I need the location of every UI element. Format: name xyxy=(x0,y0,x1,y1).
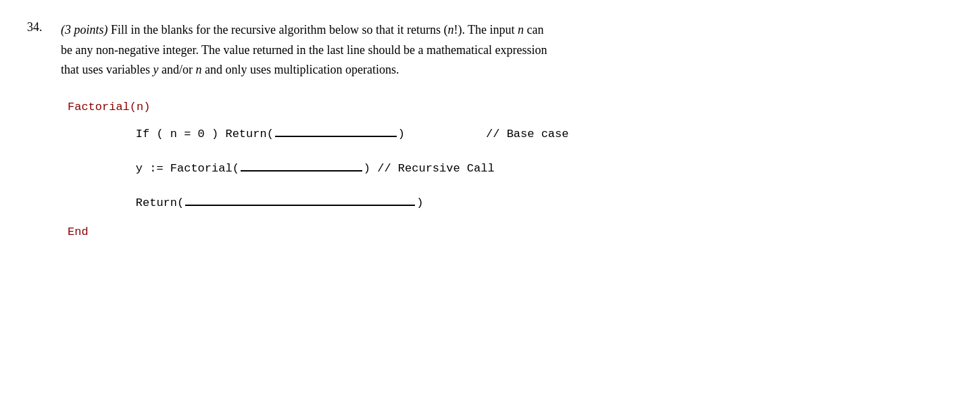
base-case-blank xyxy=(275,136,397,137)
return-blank xyxy=(185,205,415,206)
algorithm-body: If ( n = 0 ) Return()// Base case y := F… xyxy=(27,128,953,209)
function-name-line: Factorial(n) xyxy=(68,99,953,115)
end-line: End xyxy=(68,226,953,238)
question-number: 34. xyxy=(27,20,61,34)
if-prefix: If ( n = 0 ) Return( xyxy=(108,128,274,140)
base-case-comment: // Base case xyxy=(486,128,568,140)
question-header: 34. (3 points) Fill in the blanks for th… xyxy=(27,20,953,80)
recursive-suffix: ) // Recursive Call xyxy=(364,162,495,175)
if-paren-close: ) xyxy=(398,128,405,140)
return-line: Return() xyxy=(108,196,953,209)
function-definition: Factorial(n) xyxy=(68,99,953,115)
recursive-prefix: y := Factorial( xyxy=(108,162,239,175)
question-container: 34. (3 points) Fill in the blanks for th… xyxy=(27,20,953,238)
question-text: (3 points) Fill in the blanks for the re… xyxy=(61,20,547,80)
if-line: If ( n = 0 ) Return()// Base case xyxy=(108,128,953,140)
return-prefix: Return( xyxy=(108,196,184,209)
points-label: (3 points) xyxy=(61,23,108,36)
recursive-call-blank xyxy=(241,170,362,172)
return-paren-close: ) xyxy=(416,196,423,209)
recursive-line: y := Factorial() // Recursive Call xyxy=(108,162,953,175)
